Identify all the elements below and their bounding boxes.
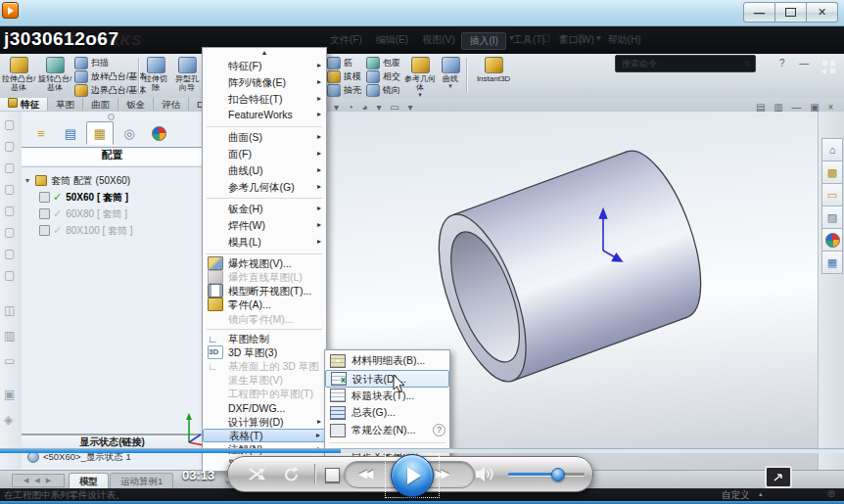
submenu-item-design-table[interactable]: 设计表(D)... [325,370,449,388]
menu-item-surface[interactable]: 曲面(S)▸ [203,129,326,146]
minimize-button[interactable]: — [743,2,775,23]
menu-item-pattern-mirror[interactable]: 阵列/镜像(E)▸ [203,74,326,91]
config-row-80x100[interactable]: ✓ 80X100 [ 套筒 ] [25,222,200,239]
view-cube-icon[interactable]: ▢ [4,225,15,239]
instant3d-button[interactable]: Instant3D [470,55,517,96]
view-cube-icon[interactable]: ▢ [4,160,15,174]
menu-item-part[interactable]: 零件(A)... [203,298,326,311]
menu-item-exploded-view[interactable]: 爆炸视图(V)... [203,256,326,270]
motion-study-tab[interactable]: 运动算例1 [110,473,173,489]
menu-item-3d-sketch[interactable]: 3D3D 草图(3) [203,345,326,359]
boundary-button[interactable]: 边界凸台/基体 [74,83,147,97]
tab-features[interactable]: 特征 [0,98,48,111]
help-icon[interactable]: ? [433,424,445,436]
rewind-button[interactable]: ◀◀ [358,467,370,481]
extrude-boss-button[interactable]: 拉伸凸台/基体 [1,55,36,96]
menu-item-sheet-metal[interactable]: 钣金(H)▸ [203,201,326,217]
repeat-icon[interactable] [283,466,300,482]
view-palette-tab[interactable]: ▨ [821,206,843,229]
design-library-tab[interactable]: ▩ [821,160,843,184]
menu-item-weldments[interactable]: 焊件(W)▸ [203,217,326,234]
configuration-manager-tab[interactable]: ▦ [86,121,114,145]
view-cube-icon[interactable]: ▢ [4,139,15,153]
menu-view[interactable]: 视图(V) [415,32,461,50]
menu-item-tables[interactable]: 表格(T)▸ [203,429,326,442]
volume-icon[interactable] [475,466,496,482]
help-minimize-icons[interactable]: ? — [779,58,815,69]
submenu-item-general-table[interactable]: 总表(G)... [325,404,449,422]
search-icon[interactable]: ○ [745,59,755,69]
play-button[interactable] [391,454,434,497]
mirror-button[interactable]: 镜向 [366,83,400,97]
display-manager-tab[interactable] [145,121,172,145]
intersect-button[interactable]: 相交 [366,69,400,83]
view-cube-icon[interactable]: ▢ [4,204,15,217]
loft-button[interactable]: 放样凸台/基体 [74,69,147,83]
submenu-item-bom[interactable]: 材料明细表(B)... [325,352,449,370]
dimxpert-manager-tab[interactable]: ◎ [116,121,143,145]
menu-item-sketch[interactable]: ∟草图绘制 [203,332,326,345]
curves-button[interactable]: 曲线 ▾ [439,55,462,96]
view-cube-icon[interactable]: ▢ [4,268,15,282]
menu-item-face[interactable]: 面(F)▸ [203,146,326,162]
menu-item-features[interactable]: 特征(F)▸ [203,58,326,74]
draft-button[interactable]: 拔模 [327,69,361,83]
close-button[interactable]: ✕ [807,2,838,23]
menu-item-dxf-dwg[interactable]: DXF/DWG... [203,401,326,415]
resources-tab[interactable]: ⌂ [821,138,843,161]
submenu-item-tolerance[interactable]: 常规公差(N)...? [325,422,449,439]
property-manager-tab[interactable]: ▤ [57,121,84,145]
maximize-button[interactable] [775,2,807,23]
custom-properties-tab[interactable]: ▦ [821,251,843,274]
quick-access-icons[interactable]: ▾ ⌂ ▢ ▾ ◫ ▾ [509,32,605,43]
menu-item-design-study[interactable]: 设计算例(D)▸ [203,415,326,429]
menu-item-model-break-view[interactable]: 模型断开视图(T)... [203,284,326,298]
menu-item-derived-sketch[interactable]: 派生草图(V) [203,373,326,387]
menu-scroll-up-icon[interactable]: ▲ [203,48,326,58]
tab-surfaces[interactable]: 曲面 [83,98,118,111]
player-title-bar[interactable] [0,0,844,26]
extrude-cut-button[interactable]: 拉伸切除 [141,55,170,96]
tab-sheet-metal[interactable]: 钣金 [118,98,154,111]
menu-item-explode-line-sketch[interactable]: 爆炸直线草图(L) [203,270,326,284]
view-cube-icon[interactable]: ▢ [4,117,15,131]
menu-item-molds[interactable]: 模具(L)▸ [203,234,326,251]
menu-item-curve[interactable]: 曲线(U)▸ [203,162,326,179]
hole-wizard-button[interactable]: 异型孔向导 [172,55,202,96]
menu-insert[interactable]: 插入(I) [461,32,505,50]
display-tool-icon[interactable]: ▥ [4,329,15,343]
shell-button[interactable]: 抽壳 [327,83,361,97]
menu-item-reference-geometry[interactable]: 参考几何体(G)▸ [203,179,326,196]
revolve-boss-button[interactable]: 旋转凸台/基体 [37,55,72,96]
volume-slider[interactable] [508,473,585,476]
tab-evaluate[interactable]: 评估 [154,98,189,111]
camera-tool-icon[interactable]: ◈ [4,413,13,427]
view-cube-icon[interactable]: ▢ [4,182,15,196]
config-row-50x60[interactable]: ✓ 50X60 [ 套筒 ] [25,189,200,206]
stop-button[interactable] [325,468,340,482]
feature-manager-tab[interactable]: ≡ [27,121,55,145]
view-cube-icon[interactable]: ▢ [4,247,15,260]
volume-thumb[interactable] [551,468,565,481]
menu-edit[interactable]: 编辑(E) [369,32,415,50]
model-tab[interactable]: 模型 [69,473,109,489]
menu-item-fastening-feature[interactable]: 扣合特征(T)▸ [203,91,326,108]
layers-tool-icon[interactable]: ▣ [4,388,15,401]
menu-item-sketch-from-drawing[interactable]: 工程图中的草图(T) [203,387,326,400]
reference-geometry-button[interactable]: 参考几何体 ▾ [403,55,437,96]
command-search-box[interactable]: 搜索命令 ○ [615,55,756,72]
panel-splitter-handle[interactable] [108,114,115,120]
tab-sketch[interactable]: 草图 [48,98,83,111]
monitor-tool-icon[interactable]: ▭ [4,354,15,368]
file-explorer-tab[interactable]: ▭ [821,183,843,206]
fullscreen-button[interactable] [765,466,792,488]
annotation-tool-icon[interactable]: ◫ [4,303,15,317]
shuffle-icon[interactable] [248,467,269,481]
tab-scroll-buttons[interactable]: ◀ ◀ ▶ [12,474,65,487]
tree-root-row[interactable]: ▾ 套筒 配置 (50X60) [25,172,200,189]
submenu-item-title-block-table[interactable]: 标题块表(T)... [325,388,449,405]
customize-arrow-icon[interactable]: ▴ [759,490,763,498]
wrap-button[interactable]: 包覆 [366,56,400,69]
config-row-60x80[interactable]: ✓ 60X80 [ 套筒 ] [25,206,200,222]
menu-item-mirror-part[interactable]: 镜向零件(M)... [203,312,326,326]
